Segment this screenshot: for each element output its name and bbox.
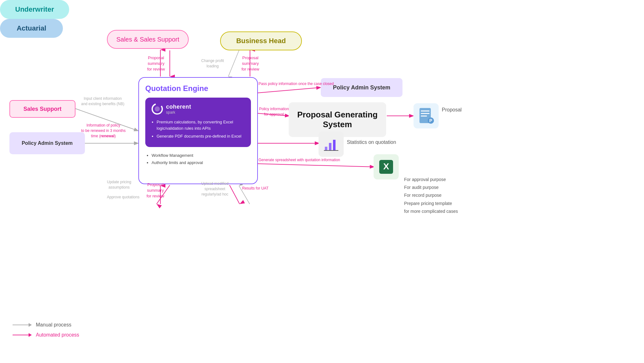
coherent-box: coherent spark Premium calculations, by …	[145, 98, 251, 147]
underwriter-label: Underwriter	[15, 5, 54, 14]
svg-rect-25	[333, 140, 336, 150]
svg-rect-23	[325, 147, 327, 150]
coherent-features-list: Premium calculations, by converting Exce…	[152, 119, 245, 139]
coherent-sub: spark	[166, 110, 191, 115]
stats-icon	[323, 137, 339, 151]
svg-line-9	[228, 50, 239, 77]
label-results-uat: Results for UAT	[242, 186, 269, 191]
right-list: For approval purpose For audit purpose F…	[404, 176, 458, 215]
coherent-name: coherent	[166, 104, 191, 110]
engine-features-list: Workflow Management Authority limits and…	[145, 152, 251, 167]
proposal-icon: P	[418, 107, 434, 125]
excel-icon: X	[378, 159, 394, 175]
svg-text:P: P	[429, 118, 432, 123]
legend-arrow-manual	[13, 325, 31, 325]
node-sales-support-top: Sales & Sales Support	[107, 30, 189, 49]
coherent-logo-text: coherent spark	[166, 104, 191, 115]
svg-line-6	[258, 164, 374, 167]
label-renewal-info: Information of policyto be renewed in 3 …	[81, 123, 125, 139]
node-policy-admin-left: Policy Admin System	[9, 132, 85, 154]
coherent-feature-1: Premium calculations, by converting Exce…	[157, 119, 245, 131]
proposal-label: Proposal	[442, 107, 462, 113]
label-proposal-summary-right: Proposalsummaryfor review	[242, 55, 259, 72]
actuarial-label: Actuarial	[17, 24, 46, 32]
quotation-engine-title: Quotation Engine	[145, 84, 251, 93]
stats-icon-box	[319, 132, 344, 157]
node-policy-admin-right: Policy Admin System	[321, 78, 402, 97]
right-list-item-2: For audit purpose	[404, 184, 458, 191]
label-generate-spreadsheet: Generate spreadsheet with quotation info…	[258, 157, 340, 163]
engine-feature-2: Authority limits and approval	[152, 159, 251, 166]
label-approve-quotations: Approve quotations	[107, 195, 139, 200]
node-actuarial: Actuarial	[0, 19, 63, 38]
sales-support-left-label: Sales Support	[23, 106, 61, 112]
legend-manual-label: Manual process	[36, 322, 71, 328]
node-business-head: Business Head	[220, 31, 302, 50]
right-list-item-4: Prepare pricing templatefor more complic…	[404, 200, 458, 215]
legend-arrow-automated	[13, 335, 31, 335]
coherent-logo-icon	[152, 103, 163, 115]
business-head-label: Business Head	[236, 37, 286, 45]
sales-support-top-label: Sales & Sales Support	[116, 36, 179, 43]
svg-point-16	[155, 106, 160, 111]
coherent-feature-2: Generate PDF documents pre-defined in Ex…	[157, 133, 245, 139]
stats-label: Statistics on quotation	[347, 139, 396, 145]
label-proposal-summary-underwriter: Proposalsummaryfor review	[147, 182, 164, 199]
policy-admin-right-label: Policy Admin System	[333, 84, 390, 91]
legend-automated-label: Automated process	[36, 332, 79, 338]
legend-manual: Manual process	[13, 322, 79, 328]
proposal-icon-box: P	[414, 103, 439, 128]
excel-icon-box: X	[374, 154, 399, 179]
legend: Manual process Automated process	[13, 322, 79, 338]
right-list-item-3: For record purpose	[404, 191, 458, 199]
proposal-gen-label: Proposal Generating System	[292, 110, 383, 129]
label-pass-policy: Pass policy information once the case cl…	[258, 81, 334, 87]
node-sales-support-left: Sales Support	[9, 100, 75, 118]
quotation-engine-box: Quotation Engine coherent spark Premium …	[138, 77, 258, 184]
svg-text:X: X	[383, 162, 389, 171]
legend-automated: Automated process	[13, 332, 79, 338]
svg-rect-18	[421, 111, 430, 111]
svg-line-2	[258, 88, 320, 93]
label-input-client: Input client informationand existing ben…	[81, 96, 124, 107]
label-proposal-summary-left: Proposalsummaryfor review	[147, 55, 165, 72]
arrows-svg	[0, 0, 644, 363]
svg-rect-19	[421, 113, 430, 114]
label-change-profit-loading: Change profitloading	[201, 58, 224, 69]
policy-admin-left-label: Policy Admin System	[22, 140, 73, 146]
label-upload-spreadsheet: Upload modifiedspreadsheetregularly/ad h…	[201, 181, 229, 197]
right-list-item-1: For approval purpose	[404, 176, 458, 184]
diagram-container: Sales & Sales Support Business Head Poli…	[0, 0, 644, 363]
coherent-logo: coherent spark	[152, 103, 245, 115]
svg-rect-24	[329, 143, 331, 150]
node-underwriter: Underwriter	[0, 0, 69, 19]
engine-feature-1: Workflow Management	[152, 152, 251, 159]
svg-rect-20	[421, 116, 427, 116]
label-update-pricing: Update pricingassumptions	[107, 179, 131, 190]
svg-line-13	[230, 185, 240, 204]
label-policy-info-approval: Policy informationfor approval	[259, 106, 289, 117]
